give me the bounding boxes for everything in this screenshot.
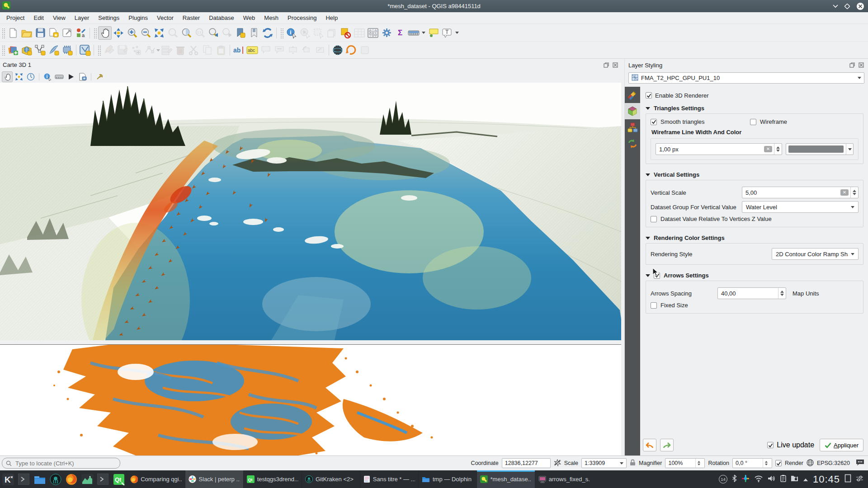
- coordinate-field[interactable]: 12836,12277: [502, 458, 551, 468]
- menu-help[interactable]: Help: [321, 12, 342, 24]
- magnifier-spinbox[interactable]: 100%: [665, 458, 705, 468]
- zoom-out-icon[interactable]: [139, 26, 152, 40]
- locator-bar[interactable]: [2, 458, 120, 469]
- open-project-icon[interactable]: [20, 26, 33, 40]
- fixed-size-checkbox[interactable]: [651, 302, 657, 309]
- measure-dropdown-icon[interactable]: [422, 32, 425, 34]
- triangles-section-header[interactable]: Triangles Settings: [646, 105, 863, 112]
- slack-tray-icon[interactable]: [741, 474, 750, 484]
- pan-map-icon[interactable]: [98, 26, 112, 40]
- spinner-buttons[interactable]: [774, 144, 782, 155]
- menu-processing[interactable]: Processing: [283, 12, 321, 24]
- tray-expand-icon[interactable]: [803, 475, 808, 483]
- vertical-section-header[interactable]: Vertical Settings: [646, 171, 863, 178]
- launcher-terminal-icon[interactable]: [16, 470, 32, 488]
- menu-edit[interactable]: Edit: [29, 12, 48, 24]
- measure-icon[interactable]: [407, 26, 420, 40]
- new-project-icon[interactable]: [6, 26, 20, 40]
- menu-web[interactable]: Web: [239, 12, 260, 24]
- options-3d-icon[interactable]: [94, 71, 105, 82]
- crs-globe-icon[interactable]: [807, 459, 814, 468]
- refresh-icon[interactable]: [261, 26, 274, 40]
- annotation-dropdown-icon[interactable]: [455, 32, 459, 34]
- wireframe-checkbox[interactable]: [750, 119, 756, 125]
- toolbar-handle[interactable]: [1, 28, 5, 38]
- locate-input[interactable]: [14, 460, 105, 467]
- text-annotation-icon[interactable]: T: [440, 26, 454, 40]
- new-mesh-layer-icon[interactable]: [61, 43, 74, 57]
- launcher-qt-icon[interactable]: Qt: [111, 470, 127, 488]
- identify-3d-icon[interactable]: i: [42, 71, 53, 82]
- map2d-viewport[interactable]: [0, 344, 621, 455]
- float-panel-icon[interactable]: [603, 62, 609, 68]
- notifications-badge[interactable]: 14: [719, 475, 727, 483]
- task-dolphin[interactable]: tmp — Dolphin: [418, 470, 476, 488]
- menu-plugins[interactable]: Plugins: [124, 12, 152, 24]
- spinner-buttons[interactable]: [778, 288, 786, 299]
- messages-icon[interactable]: [856, 459, 864, 467]
- rendering-style-combo[interactable]: 2D Contour Color Ramp Shader: [772, 248, 859, 260]
- clear-value-icon[interactable]: ✕: [840, 189, 849, 196]
- task-firefox[interactable]: Comparing qgi...: [127, 470, 185, 488]
- zoom-full-icon[interactable]: [152, 26, 166, 40]
- clipboard-icon[interactable]: [780, 474, 786, 484]
- tab-3d-view[interactable]: [625, 103, 640, 119]
- minimize-icon[interactable]: [833, 5, 838, 8]
- show-bookmarks-icon[interactable]: [247, 26, 261, 40]
- undo-style-button[interactable]: [643, 439, 656, 451]
- zoom-in-icon[interactable]: [125, 26, 139, 40]
- layer-labeling-icon[interactable]: ab: [232, 43, 245, 57]
- new-geopackage-icon[interactable]: [20, 43, 33, 57]
- project-properties-icon[interactable]: [61, 26, 74, 40]
- vault-icon[interactable]: [791, 475, 798, 483]
- save-as-icon[interactable]: [47, 26, 61, 40]
- zoom-full-3d-icon[interactable]: [14, 71, 24, 82]
- camera-pan-icon[interactable]: [2, 71, 13, 82]
- new-shapefile-icon[interactable]: [33, 43, 47, 57]
- menu-layer[interactable]: Layer: [70, 12, 94, 24]
- close-styling-icon[interactable]: [858, 62, 864, 68]
- wifi-icon[interactable]: [754, 475, 763, 484]
- menu-view[interactable]: View: [48, 12, 70, 24]
- float-styling-icon[interactable]: [849, 62, 855, 68]
- color-dropdown-icon[interactable]: [846, 144, 853, 155]
- camera-rotation-icon[interactable]: [25, 71, 36, 82]
- processing-history-icon[interactable]: [344, 43, 358, 57]
- options-gear-icon[interactable]: [380, 26, 393, 40]
- extents-toggle-icon[interactable]: [554, 459, 561, 468]
- statistics-abacus-icon[interactable]: [366, 26, 380, 40]
- apply-button[interactable]: Appliquer: [820, 439, 863, 451]
- launcher-monitor-icon[interactable]: [79, 470, 95, 488]
- show-desktop-icon[interactable]: [844, 474, 851, 484]
- wireframe-color-button[interactable]: [786, 143, 854, 155]
- tab-symbology[interactable]: [625, 87, 640, 103]
- new-3d-map-icon[interactable]: [78, 43, 92, 57]
- live-update-checkbox[interactable]: [767, 442, 774, 448]
- dataset-group-combo[interactable]: Water Level: [742, 201, 859, 213]
- task-gitkraken[interactable]: GitKraken <2>: [302, 470, 360, 488]
- spinner-buttons[interactable]: [850, 187, 858, 198]
- volume-icon[interactable]: [768, 475, 776, 484]
- menu-project[interactable]: Project: [2, 12, 29, 24]
- clear-value-icon[interactable]: ✕: [764, 146, 772, 152]
- smooth-triangles-checkbox[interactable]: [651, 119, 657, 125]
- animations-play-icon[interactable]: [66, 71, 76, 82]
- identify-features-icon[interactable]: i: [285, 26, 298, 40]
- tab-attributes[interactable]: [625, 119, 640, 136]
- layer-diagram-icon[interactable]: abc: [245, 43, 259, 57]
- panel-settings-icon[interactable]: [856, 475, 863, 484]
- layer-selector-combo[interactable]: FMA_T2_HPC_GPU_PU1_10: [628, 72, 864, 84]
- arrows-section-header[interactable]: Arrows Settings: [646, 272, 863, 279]
- task-slack[interactable]: Slack | peterp ...: [185, 470, 243, 488]
- relative-z-checkbox[interactable]: [651, 216, 657, 222]
- menu-raster[interactable]: Raster: [178, 12, 204, 24]
- new-bookmark-icon[interactable]: [234, 26, 247, 40]
- save-project-icon[interactable]: [33, 26, 47, 40]
- map-tips-icon[interactable]: [427, 26, 440, 40]
- enable-3d-checkbox[interactable]: [646, 92, 652, 99]
- launcher-dolphin-icon[interactable]: [32, 470, 47, 488]
- redo-style-button[interactable]: [660, 439, 674, 451]
- close-icon[interactable]: [856, 2, 864, 10]
- launcher-kraken-icon[interactable]: [47, 470, 63, 488]
- measure-3d-icon[interactable]: [54, 71, 65, 82]
